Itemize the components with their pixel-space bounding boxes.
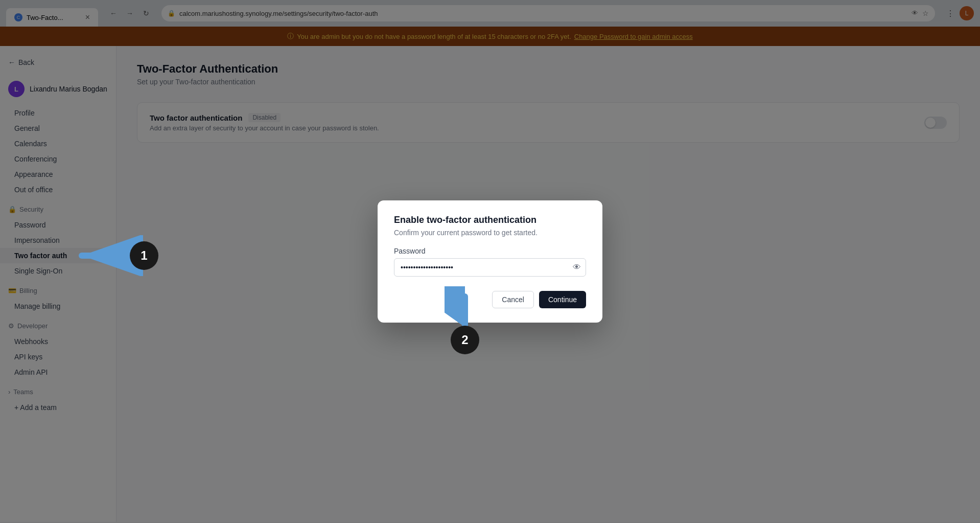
modal-title: Enable two-factor authentication	[394, 215, 586, 225]
continue-button[interactable]: Continue	[539, 291, 586, 308]
toggle-password-visibility-button[interactable]: 👁	[573, 263, 581, 272]
password-label: Password	[394, 247, 586, 255]
password-input[interactable]	[394, 258, 586, 277]
cancel-button[interactable]: Cancel	[492, 291, 534, 308]
password-input-wrapper: 👁	[394, 258, 586, 277]
modal-subtitle: Confirm your current password to get sta…	[394, 229, 586, 237]
modal-overlay[interactable]: Enable two-factor authentication Confirm…	[0, 0, 980, 522]
enable-2fa-modal: Enable two-factor authentication Confirm…	[378, 200, 602, 323]
modal-actions: Cancel Continue	[394, 291, 586, 308]
